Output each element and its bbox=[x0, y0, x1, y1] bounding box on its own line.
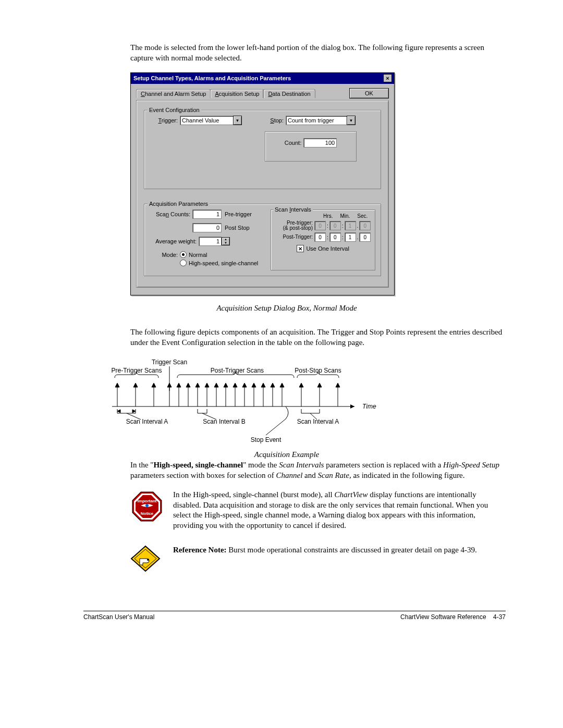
svg-text:Scan Interval A: Scan Interval A bbox=[297, 418, 339, 425]
stop-value[interactable] bbox=[286, 116, 347, 125]
scan-counts-poststop-input[interactable] bbox=[192, 223, 222, 232]
svg-marker-21 bbox=[195, 383, 200, 387]
diagram-caption: Acquisition Example bbox=[68, 450, 506, 459]
scan-intervals-group: Scan Intervals Hrs. Min. Sec. Pre-trigge… bbox=[271, 209, 375, 270]
diagram-intro-paragraph: The following figure depicts components … bbox=[130, 327, 506, 348]
pre-min bbox=[329, 221, 341, 230]
acquisition-setup-dialog: Setup Channel Types, Alarms and Acquisit… bbox=[130, 72, 395, 295]
svg-text:Scan Interval B: Scan Interval B bbox=[203, 418, 245, 425]
close-icon[interactable]: × bbox=[383, 74, 392, 82]
pretrigger-suffix: Pre-trigger bbox=[225, 211, 252, 217]
trigger-label: Trigger: bbox=[150, 117, 178, 124]
footer-left: ChartScan User's Manual bbox=[83, 613, 154, 621]
post-trigger-interval-label: Post-Trigger: bbox=[275, 235, 313, 240]
svg-marker-25 bbox=[214, 383, 218, 387]
svg-text:Important: Important bbox=[138, 499, 157, 503]
scan-counts-pretrigger-input[interactable] bbox=[192, 209, 222, 219]
avg-weight-input[interactable] bbox=[199, 237, 222, 246]
pre-sec bbox=[345, 221, 356, 230]
svg-text:Notice: Notice bbox=[141, 511, 154, 516]
svg-marker-33 bbox=[252, 383, 256, 387]
dialog-tabs: Channel and Alarm Setup Acquisition Setu… bbox=[136, 89, 315, 98]
acquisition-parameters-group: Acquisition Parameters Scan Counts: Pre-… bbox=[144, 204, 381, 276]
scan-intervals-legend: Scan Intervals bbox=[273, 206, 313, 213]
post-frac[interactable] bbox=[359, 232, 371, 242]
stop-label: Stop: bbox=[265, 117, 284, 124]
svg-marker-39 bbox=[280, 383, 284, 387]
event-config-legend: Event Configuration bbox=[148, 107, 201, 113]
tab-acquisition-setup[interactable]: Acquisition Setup bbox=[210, 89, 264, 98]
svg-marker-31 bbox=[242, 383, 247, 387]
tab-channel-alarm[interactable]: Channel and Alarm Setup bbox=[136, 89, 211, 98]
mode-normal-label: Normal bbox=[189, 252, 207, 258]
page-footer: ChartScan User's Manual ChartView Softwa… bbox=[83, 613, 506, 621]
use-one-interval-checkbox[interactable]: ✕ bbox=[297, 245, 304, 252]
svg-marker-41 bbox=[299, 383, 303, 387]
trigger-value[interactable] bbox=[180, 116, 233, 125]
mode-label: Mode: bbox=[150, 252, 178, 258]
highspeed-paragraph: In the "High-speed, single-channel" mode… bbox=[130, 460, 506, 480]
scan-counts-label: Scan Counts: bbox=[150, 211, 190, 217]
svg-line-60 bbox=[266, 419, 286, 435]
svg-marker-6 bbox=[350, 404, 354, 409]
mode-highspeed-radio[interactable] bbox=[180, 260, 187, 266]
hdr-min: Min. bbox=[340, 213, 350, 219]
dialog-caption: Acquisition Setup Dialog Box, Normal Mod… bbox=[68, 304, 506, 313]
svg-text:Time: Time bbox=[362, 403, 376, 410]
hdr-hrs: Hrs. bbox=[323, 213, 333, 219]
avg-weight-label: Average weight: bbox=[150, 238, 197, 244]
post-sec[interactable] bbox=[345, 232, 356, 242]
dialog-title: Setup Channel Types, Alarms and Acquisit… bbox=[133, 75, 291, 81]
poststop-suffix: Post Stop bbox=[225, 225, 250, 231]
event-configuration-group: Event Configuration Trigger: ▼ bbox=[144, 110, 381, 189]
chevron-down-icon[interactable]: ▼ bbox=[347, 116, 356, 125]
trigger-combo[interactable]: ▼ bbox=[180, 116, 242, 125]
svg-marker-49 bbox=[117, 410, 120, 413]
svg-marker-9 bbox=[115, 383, 119, 387]
svg-marker-27 bbox=[224, 383, 228, 387]
hdr-sec: Sec. bbox=[357, 213, 368, 219]
stop-combo[interactable]: ▼ bbox=[286, 116, 356, 125]
post-min[interactable] bbox=[329, 232, 341, 242]
count-label: Count: bbox=[285, 140, 301, 146]
svg-text:Stop Event: Stop Event bbox=[251, 436, 282, 443]
svg-marker-15 bbox=[167, 383, 172, 387]
important-notice-text: In the High-speed, single-channel (burst… bbox=[173, 490, 506, 530]
important-notice-icon: Important Notice bbox=[130, 490, 164, 525]
footer-right: ChartView Software Reference 4-37 bbox=[400, 613, 506, 621]
svg-marker-23 bbox=[205, 383, 209, 387]
chevron-down-icon[interactable]: ▼ bbox=[233, 116, 242, 125]
svg-point-73 bbox=[147, 559, 149, 561]
pre-trigger-interval-label: Pre-trigger: (& post-stop) bbox=[275, 220, 313, 231]
svg-marker-17 bbox=[177, 383, 181, 387]
reference-note-text: Reference Note: Burst mode operational c… bbox=[173, 545, 477, 556]
svg-text:Scan Interval A: Scan Interval A bbox=[126, 418, 168, 425]
acq-params-legend: Acquisition Parameters bbox=[148, 201, 210, 207]
svg-marker-35 bbox=[261, 383, 265, 387]
dialog-titlebar: Setup Channel Types, Alarms and Acquisit… bbox=[131, 73, 394, 84]
svg-marker-13 bbox=[152, 383, 156, 387]
svg-marker-29 bbox=[233, 383, 237, 387]
intro-paragraph: The mode is selected from the lower left… bbox=[130, 43, 506, 63]
ok-button[interactable]: OK bbox=[349, 88, 389, 98]
pre-frac bbox=[359, 221, 371, 230]
svg-text:Post-Trigger Scans: Post-Trigger Scans bbox=[211, 367, 264, 374]
mode-highspeed-label: High-speed, single-channel bbox=[189, 260, 258, 266]
post-hrs[interactable] bbox=[314, 232, 326, 242]
svg-marker-19 bbox=[186, 383, 190, 387]
avg-weight-spinner[interactable]: ▲▼ bbox=[222, 237, 230, 245]
svg-marker-37 bbox=[271, 383, 275, 387]
svg-point-69 bbox=[145, 504, 149, 507]
acquisition-example-diagram: Trigger Scan Pre-Trigger Scans Post-Trig… bbox=[109, 357, 506, 448]
svg-marker-50 bbox=[132, 410, 136, 413]
use-one-interval-label: Use One Interval bbox=[306, 245, 349, 252]
mode-normal-radio[interactable] bbox=[180, 251, 187, 258]
count-subgroup: Count: bbox=[265, 131, 357, 162]
pre-hrs bbox=[314, 221, 326, 230]
count-input[interactable] bbox=[303, 138, 337, 147]
svg-marker-43 bbox=[317, 383, 322, 387]
reference-note-icon bbox=[130, 545, 164, 574]
svg-marker-45 bbox=[336, 383, 340, 387]
tab-data-destination[interactable]: Data Destination bbox=[263, 89, 315, 98]
svg-marker-11 bbox=[133, 383, 138, 387]
